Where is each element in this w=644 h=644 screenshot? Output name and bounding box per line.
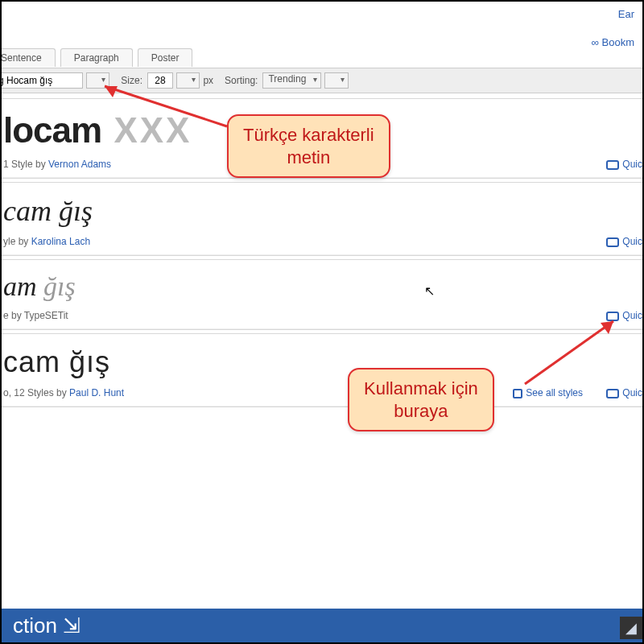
- tab-paragraph[interactable]: Paragraph: [60, 48, 133, 67]
- tab-sentence[interactable]: Sentence: [0, 48, 56, 67]
- sort-dropdown-btn[interactable]: [324, 72, 348, 89]
- preview-mode-tabs: Sentence Paragraph Poster: [0, 48, 192, 67]
- quick-use-icon: [606, 237, 619, 247]
- preview-toolbar: Size: px Sorting: Trending: [0, 68, 644, 93]
- mouse-cursor-icon: ↖: [424, 283, 435, 299]
- font-row: cam ğış o, 12 Styles by Paul D. Hunt See…: [0, 333, 644, 407]
- size-label: Size:: [121, 75, 142, 86]
- preview-text-input[interactable]: [0, 72, 83, 89]
- quick-use-button[interactable]: Quick: [606, 387, 644, 398]
- resize-handle-icon[interactable]: ◢: [620, 617, 642, 639]
- size-dropdown[interactable]: [176, 72, 200, 89]
- sort-label: Sorting:: [225, 75, 258, 86]
- quick-use-icon: [606, 160, 619, 170]
- see-all-styles-button[interactable]: See all styles: [513, 387, 583, 398]
- quick-use-button[interactable]: Quick: [606, 310, 644, 321]
- annotation-callout: Türkçe karakterli metin: [227, 114, 390, 178]
- bookmark-link[interactable]: ∞ Bookm: [592, 36, 634, 48]
- font-meta: yle by Karolina Lach: [3, 236, 642, 247]
- collection-bar[interactable]: ction ⇲ ◢: [2, 609, 644, 642]
- size-unit-label: px: [203, 75, 213, 86]
- font-sample: cam ğış: [3, 345, 642, 379]
- annotation-callout: Kullanmak için buraya: [348, 368, 494, 431]
- quick-use-button[interactable]: Quick: [606, 159, 644, 170]
- tab-poster[interactable]: Poster: [138, 48, 193, 67]
- quick-use-icon: [606, 389, 619, 398]
- font-sample: am ğış: [3, 271, 642, 302]
- size-input[interactable]: [147, 72, 173, 89]
- styles-icon: [513, 389, 522, 398]
- font-row: cam ğış yle by Karolina Lach Quick: [0, 182, 644, 256]
- author-link[interactable]: Vernon Adams: [48, 159, 111, 170]
- preview-text-dropdown[interactable]: [86, 72, 109, 89]
- quick-use-button[interactable]: Quick: [606, 236, 644, 247]
- collection-label: ction ⇲: [13, 613, 80, 638]
- author-link[interactable]: Paul D. Hunt: [69, 387, 124, 398]
- font-meta: e by TypeSETit: [3, 310, 642, 321]
- sort-dropdown[interactable]: Trending: [262, 72, 321, 89]
- font-sample: cam ğış: [3, 194, 642, 228]
- earlier-link[interactable]: Ear: [592, 8, 634, 20]
- font-row: am ğış e by TypeSETit Quick: [0, 259, 644, 330]
- quick-use-icon: [606, 312, 619, 321]
- author-link[interactable]: Karolina Lach: [31, 236, 90, 247]
